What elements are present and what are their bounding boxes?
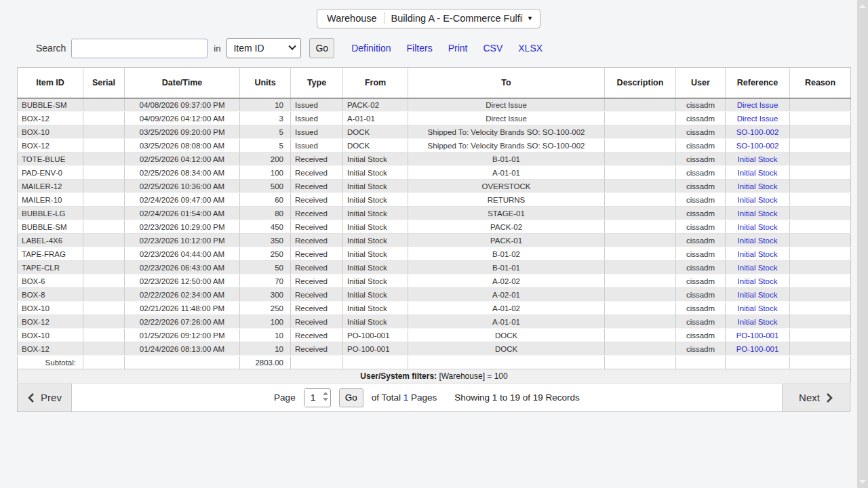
col-header-user[interactable]: User: [676, 68, 726, 98]
search-field-select[interactable]: Item ID: [226, 38, 301, 58]
cell-reason: [790, 288, 851, 302]
cell-serial: [83, 152, 125, 166]
table-row[interactable]: BUBBLE-SM 02/23/2026 10:29:00 PM 450 Rec…: [18, 220, 851, 234]
page-stepper[interactable]: [323, 392, 328, 401]
cell-reason: [790, 234, 851, 247]
cell-description: [605, 261, 676, 274]
cell-item-id: TAPE-CLR: [18, 261, 83, 274]
prev-page-button[interactable]: Prev: [18, 384, 72, 411]
cell-reference-link[interactable]: Initial Stock: [738, 209, 778, 218]
cell-item-id: BOX-12: [18, 342, 83, 356]
search-go-button[interactable]: Go: [309, 38, 334, 58]
table-row[interactable]: BOX-8 02/22/2026 02:34:00 AM 300 Receive…: [18, 288, 851, 302]
cell-to: A-01-02: [408, 302, 605, 315]
cell-reference-link[interactable]: Initial Stock: [738, 223, 778, 231]
table-row[interactable]: BUBBLE-LG 02/24/2026 01:54:00 AM 80 Rece…: [18, 207, 851, 220]
cell-reference-link[interactable]: Initial Stock: [738, 196, 778, 204]
page-number-input[interactable]: [304, 389, 322, 407]
stepper-down-icon[interactable]: [323, 398, 328, 401]
cell-serial: [83, 342, 125, 356]
cell-item-id: BUBBLE-LG: [18, 207, 83, 220]
definition-link[interactable]: Definition: [351, 43, 391, 54]
table-row[interactable]: TOTE-BLUE 02/25/2026 04:12:00 AM 200 Rec…: [18, 152, 851, 166]
table-row[interactable]: LABEL-4X6 02/23/2026 10:12:00 PM 350 Rec…: [18, 234, 851, 247]
filters-link[interactable]: Filters: [407, 43, 433, 54]
cell-reference-link[interactable]: Direct Issue: [737, 115, 778, 123]
search-input[interactable]: [71, 39, 208, 58]
col-header-serial[interactable]: Serial: [83, 68, 125, 98]
col-header-item-id[interactable]: Item ID: [18, 68, 83, 98]
table-row[interactable]: BOX-12 03/25/2026 08:08:00 AM 5 Issued D…: [18, 139, 851, 152]
context-selector[interactable]: Warehouse Building A - E-Commerce Fulfil…: [317, 9, 540, 28]
table-row[interactable]: TAPE-CLR 02/23/2026 06:43:00 AM 50 Recei…: [18, 261, 851, 274]
col-header-reference[interactable]: Reference: [726, 68, 790, 98]
cell-to: OVERSTOCK: [408, 180, 605, 193]
cell-reference-link[interactable]: Initial Stock: [738, 277, 778, 285]
cell-reference-link[interactable]: Initial Stock: [738, 155, 778, 163]
cell-reference-link[interactable]: Initial Stock: [738, 318, 778, 326]
cell-to: A-02-01: [408, 288, 605, 302]
cell-user: cissadm: [676, 193, 726, 207]
cell-type: Issued: [291, 139, 343, 152]
cell-reference-link[interactable]: Initial Stock: [738, 250, 778, 258]
table-row[interactable]: BOX-6 02/23/2026 12:50:00 AM 70 Received…: [18, 274, 851, 288]
xlsx-link[interactable]: XLSX: [518, 43, 542, 54]
next-page-button[interactable]: Next: [782, 384, 850, 411]
cell-reference-link[interactable]: Initial Stock: [738, 169, 778, 177]
cell-reference-link[interactable]: SO-100-002: [736, 128, 779, 136]
page-go-button[interactable]: Go: [339, 388, 363, 407]
cell-description: [605, 247, 676, 261]
vertical-scrollbar[interactable]: [857, 0, 868, 488]
filters-note-row: User/System filters: [Warehouse] = 100: [18, 369, 851, 384]
cell-from: Initial Stock: [343, 261, 408, 274]
cell-type: Received: [291, 193, 343, 207]
scroll-up-icon[interactable]: [859, 4, 866, 8]
cell-datetime: 02/22/2026 02:34:00 AM: [125, 288, 240, 302]
table-row[interactable]: BOX-12 01/24/2026 08:13:00 AM 10 Receive…: [18, 342, 851, 356]
table-row[interactable]: PAD-ENV-0 02/25/2026 08:34:00 AM 100 Rec…: [18, 166, 851, 180]
cell-reason: [790, 329, 851, 342]
table-row[interactable]: BOX-10 03/25/2026 09:20:00 PM 5 Issued D…: [18, 125, 851, 139]
table-row[interactable]: TAPE-FRAG 02/23/2026 04:44:00 AM 250 Rec…: [18, 247, 851, 261]
cell-reference-link[interactable]: Initial Stock: [738, 182, 778, 190]
cell-reference-link[interactable]: Initial Stock: [738, 304, 778, 312]
table-row[interactable]: BOX-12 02/22/2026 07:26:00 AM 100 Receiv…: [18, 315, 851, 329]
table-row[interactable]: BOX-10 02/21/2026 11:48:00 PM 250 Receiv…: [18, 302, 851, 315]
scroll-down-icon[interactable]: [859, 480, 866, 484]
col-header-to[interactable]: To: [408, 68, 605, 98]
col-header-description[interactable]: Description: [605, 68, 676, 98]
col-header-from[interactable]: From: [343, 68, 408, 98]
col-header-reason[interactable]: Reason: [790, 68, 851, 98]
cell-serial: [83, 315, 125, 329]
csv-link[interactable]: CSV: [483, 43, 502, 54]
cell-to: STAGE-01: [408, 207, 605, 220]
table-row[interactable]: MAILER-12 02/25/2026 10:36:00 AM 500 Rec…: [18, 180, 851, 193]
cell-reference-link[interactable]: Initial Stock: [738, 291, 778, 299]
table-row[interactable]: BOX-12 04/09/2026 04:12:00 AM 3 Issued A…: [18, 112, 851, 125]
cell-to: Direct Issue: [408, 112, 605, 125]
table-row[interactable]: BOX-10 01/25/2026 09:12:00 PM 10 Receive…: [18, 329, 851, 342]
table-row[interactable]: MAILER-10 02/24/2026 09:47:00 AM 60 Rece…: [18, 193, 851, 207]
stepper-up-icon[interactable]: [323, 392, 328, 395]
cell-reference-link[interactable]: Direct Issue: [737, 101, 778, 109]
table-row[interactable]: BUBBLE-SM 04/08/2026 09:37:00 PM 10 Issu…: [18, 98, 851, 112]
cell-reference-link[interactable]: Initial Stock: [738, 237, 778, 245]
context-location-label: Building A - E-Commerce Fulfill: [391, 13, 523, 24]
cell-from: Initial Stock: [343, 274, 408, 288]
col-header-datetime[interactable]: Date/Time: [125, 68, 240, 98]
cell-reference-link[interactable]: PO-100-001: [736, 331, 779, 340]
cell-reference-link[interactable]: Initial Stock: [738, 264, 778, 272]
table-body: BUBBLE-SM 04/08/2026 09:37:00 PM 10 Issu…: [18, 98, 851, 356]
cell-to: A-01-01: [408, 166, 605, 180]
cell-reference-link[interactable]: PO-100-001: [736, 345, 779, 353]
cell-description: [605, 234, 676, 247]
table-header-row: Item ID Serial Date/Time Units Type From…: [18, 68, 851, 98]
cell-datetime: 02/24/2026 01:54:00 AM: [125, 207, 240, 220]
col-header-type[interactable]: Type: [291, 68, 343, 98]
cell-from: Initial Stock: [343, 288, 408, 302]
print-link[interactable]: Print: [448, 43, 468, 54]
col-header-units[interactable]: Units: [240, 68, 291, 98]
cell-reason: [790, 261, 851, 274]
cell-user: cissadm: [676, 342, 726, 356]
cell-reference-link[interactable]: SO-100-002: [736, 142, 779, 150]
